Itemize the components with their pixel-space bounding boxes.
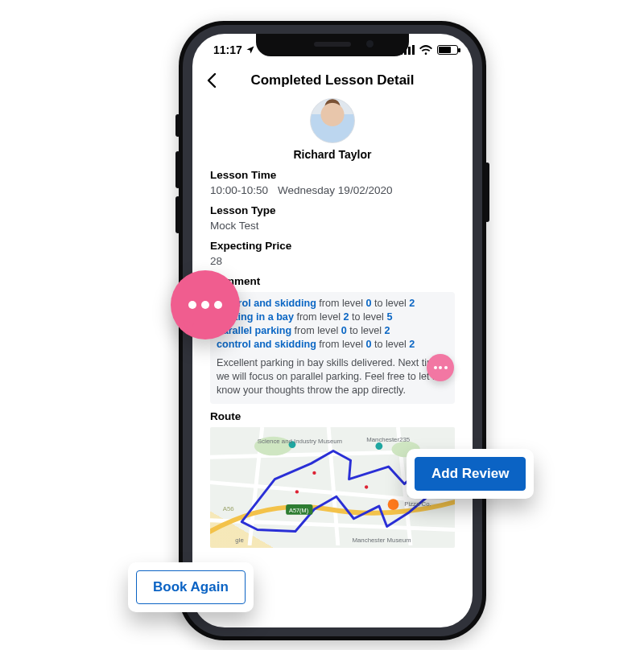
volume-up-button[interactable] — [175, 151, 180, 188]
label-lesson-type: Lesson Type — [210, 204, 455, 216]
add-review-button[interactable]: Add Review — [415, 457, 526, 491]
map-label-a56: A56 — [223, 505, 235, 512]
skill-to: 2 — [385, 325, 390, 336]
skill-from: 2 — [343, 311, 349, 323]
chat-icon[interactable] — [171, 270, 240, 339]
svg-point-12 — [365, 485, 368, 488]
value-lesson-type: Mock Test — [210, 220, 455, 232]
skill-from: 0 — [365, 298, 371, 309]
map-label-gle: gle — [235, 537, 243, 544]
comment-chat-icon[interactable] — [427, 354, 454, 381]
label-lesson-time: Lesson Time — [210, 169, 455, 181]
lesson-time-range: 10:00-10:50 — [210, 184, 268, 196]
skill-to: 2 — [409, 298, 415, 309]
instructor-name: Richard Taylor — [294, 148, 372, 161]
battery-icon — [437, 45, 458, 55]
value-expecting-price: 28 — [210, 255, 455, 267]
status-time: 11:17 — [213, 43, 242, 56]
map-label-museum: Manchester Museum — [353, 537, 411, 544]
skill-progress-item: control and skidding from level 0 to lev… — [217, 297, 448, 311]
notch — [256, 34, 409, 56]
page-title: Completed Lesson Detail — [204, 72, 461, 88]
skill-to: 2 — [409, 339, 415, 350]
label-comment: Comment — [210, 275, 455, 287]
back-button[interactable] — [205, 72, 220, 88]
map-label-pizza: Pizza Co. — [404, 500, 431, 508]
label-expecting-price: Expecting Price — [210, 240, 455, 252]
skill-progress-item: parking in a bay from level 2 to level 5 — [217, 311, 448, 324]
skill-list: control and skidding from level 0 to lev… — [217, 297, 448, 352]
skill-from: 0 — [365, 339, 371, 350]
skill-progress-item: control and skidding from level 0 to lev… — [217, 338, 448, 352]
skill-from: 0 — [341, 325, 347, 336]
speaker-grill — [314, 42, 351, 47]
comment-text: Excellent parking in bay skills delivere… — [217, 356, 448, 397]
wifi-icon — [419, 45, 432, 55]
svg-point-8 — [375, 442, 382, 450]
svg-point-10 — [312, 471, 316, 475]
lesson-day-date: Wednesday 19/02/2020 — [278, 184, 392, 196]
mute-switch[interactable] — [175, 114, 180, 137]
skill-progress-item: parallel parking from level 0 to level 2 — [217, 324, 448, 338]
map-label-science: Science and Industry Museum — [258, 438, 342, 445]
map-label-man235: Manchester235 — [366, 436, 411, 443]
volume-down-button[interactable] — [175, 196, 180, 233]
header: Completed Lesson Detail — [192, 66, 473, 93]
comment-box: control and skidding from level 0 to lev… — [210, 292, 455, 404]
svg-point-11 — [295, 490, 299, 493]
label-route: Route — [210, 410, 455, 422]
svg-point-6 — [388, 499, 399, 510]
location-icon — [246, 45, 255, 55]
skill-to: 5 — [386, 311, 392, 323]
svg-rect-3 — [412, 45, 415, 55]
avatar[interactable] — [310, 98, 355, 143]
map-label-a57: A57(M) — [289, 507, 308, 514]
svg-rect-2 — [408, 47, 411, 55]
value-lesson-time: 10:00-10:50Wednesday 19/02/2020 — [210, 184, 455, 196]
skill-name: control and skidding — [217, 339, 316, 350]
book-again-button[interactable]: Book Again — [136, 570, 246, 604]
power-button[interactable] — [485, 162, 489, 222]
front-camera — [366, 40, 374, 47]
screen: 11:17 — [192, 34, 473, 627]
